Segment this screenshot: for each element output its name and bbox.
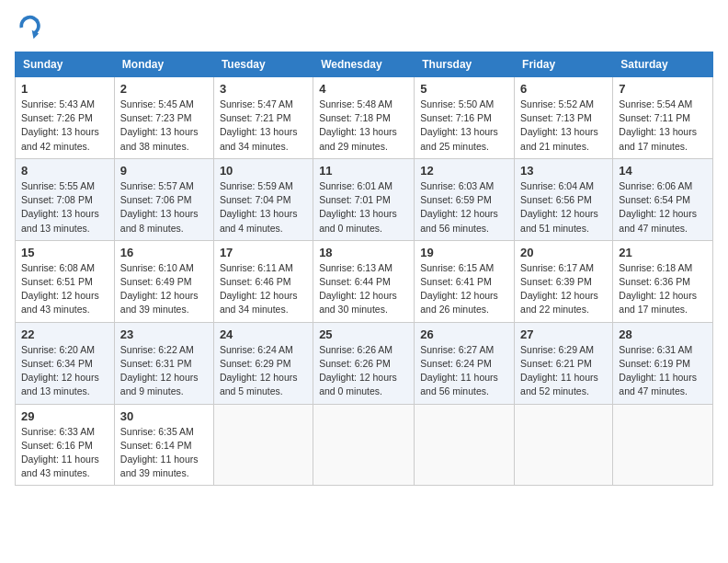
calendar-cell [613,404,713,486]
day-number: 18 [319,246,408,259]
calendar-cell: 27 Sunrise: 6:29 AM Sunset: 6:21 PM Dayl… [515,322,613,404]
calendar-cell: 19 Sunrise: 6:15 AM Sunset: 6:41 PM Dayl… [415,240,515,322]
day-number: 24 [220,327,307,341]
weekday-header: Friday [515,52,613,77]
calendar-cell: 24 Sunrise: 6:24 AM Sunset: 6:29 PM Dayl… [213,322,313,404]
day-number: 2 [120,82,208,96]
weekday-header: Tuesday [213,52,313,77]
day-number: 12 [420,164,508,178]
day-number: 17 [220,246,307,259]
calendar-cell [415,404,515,486]
cell-info: Sunrise: 6:11 AM Sunset: 6:46 PM Dayligh… [220,261,307,317]
logo [15,15,44,40]
page-header [15,15,713,40]
calendar-week-row: 22 Sunrise: 6:20 AM Sunset: 6:34 PM Dayl… [16,322,713,404]
day-number: 7 [619,82,707,96]
day-number: 26 [420,327,508,341]
calendar-cell: 7 Sunrise: 5:54 AM Sunset: 7:11 PM Dayli… [613,77,713,159]
day-number: 22 [21,327,108,341]
cell-info: Sunrise: 6:18 AM Sunset: 6:36 PM Dayligh… [619,261,707,317]
calendar-cell [313,404,415,486]
calendar-cell: 23 Sunrise: 6:22 AM Sunset: 6:31 PM Dayl… [114,322,213,404]
day-number: 29 [21,409,108,423]
calendar-week-row: 29 Sunrise: 6:33 AM Sunset: 6:16 PM Dayl… [16,404,713,486]
logo-icon [15,15,40,40]
day-number: 11 [319,164,408,178]
day-number: 21 [619,246,707,259]
calendar-cell [515,404,613,486]
weekday-header: Monday [114,52,213,77]
weekday-header-row: SundayMondayTuesdayWednesdayThursdayFrid… [16,52,713,77]
cell-info: Sunrise: 6:22 AM Sunset: 6:31 PM Dayligh… [120,343,208,399]
day-number: 25 [319,327,408,341]
day-number: 30 [120,409,208,423]
cell-info: Sunrise: 5:54 AM Sunset: 7:11 PM Dayligh… [619,98,707,154]
calendar-cell: 30 Sunrise: 6:35 AM Sunset: 6:14 PM Dayl… [114,404,213,486]
calendar-cell: 8 Sunrise: 5:55 AM Sunset: 7:08 PM Dayli… [16,158,115,240]
calendar-table: SundayMondayTuesdayWednesdayThursdayFrid… [15,52,713,486]
day-number: 6 [520,82,607,96]
cell-info: Sunrise: 5:43 AM Sunset: 7:26 PM Dayligh… [21,98,108,154]
day-number: 10 [220,164,307,178]
calendar-cell: 2 Sunrise: 5:45 AM Sunset: 7:23 PM Dayli… [114,77,213,159]
cell-info: Sunrise: 6:15 AM Sunset: 6:41 PM Dayligh… [420,261,508,317]
calendar-cell: 15 Sunrise: 6:08 AM Sunset: 6:51 PM Dayl… [16,240,115,322]
cell-info: Sunrise: 5:57 AM Sunset: 7:06 PM Dayligh… [120,179,208,236]
calendar-cell: 13 Sunrise: 6:04 AM Sunset: 6:56 PM Dayl… [515,158,613,240]
day-number: 14 [619,164,707,178]
day-number: 8 [21,164,108,178]
calendar-cell: 21 Sunrise: 6:18 AM Sunset: 6:36 PM Dayl… [613,240,713,322]
calendar-cell: 3 Sunrise: 5:47 AM Sunset: 7:21 PM Dayli… [213,77,313,159]
cell-info: Sunrise: 6:35 AM Sunset: 6:14 PM Dayligh… [120,425,208,481]
day-number: 9 [120,164,208,178]
cell-info: Sunrise: 5:47 AM Sunset: 7:21 PM Dayligh… [220,98,307,154]
calendar-cell: 5 Sunrise: 5:50 AM Sunset: 7:16 PM Dayli… [415,77,515,159]
calendar-week-row: 8 Sunrise: 5:55 AM Sunset: 7:08 PM Dayli… [16,158,713,240]
calendar-cell: 11 Sunrise: 6:01 AM Sunset: 7:01 PM Dayl… [313,158,415,240]
calendar-cell: 12 Sunrise: 6:03 AM Sunset: 6:59 PM Dayl… [415,158,515,240]
cell-info: Sunrise: 6:27 AM Sunset: 6:24 PM Dayligh… [420,343,508,399]
weekday-header: Saturday [613,52,713,77]
cell-info: Sunrise: 6:10 AM Sunset: 6:49 PM Dayligh… [120,261,208,317]
calendar-cell: 29 Sunrise: 6:33 AM Sunset: 6:16 PM Dayl… [16,404,115,486]
calendar-cell: 14 Sunrise: 6:06 AM Sunset: 6:54 PM Dayl… [613,158,713,240]
cell-info: Sunrise: 6:13 AM Sunset: 6:44 PM Dayligh… [319,261,408,317]
day-number: 1 [21,82,108,96]
day-number: 3 [220,82,307,96]
calendar-cell: 10 Sunrise: 5:59 AM Sunset: 7:04 PM Dayl… [213,158,313,240]
calendar-cell: 28 Sunrise: 6:31 AM Sunset: 6:19 PM Dayl… [613,322,713,404]
cell-info: Sunrise: 6:06 AM Sunset: 6:54 PM Dayligh… [619,179,707,236]
day-number: 27 [520,327,607,341]
calendar-cell [213,404,313,486]
day-number: 20 [520,246,607,259]
calendar-cell: 17 Sunrise: 6:11 AM Sunset: 6:46 PM Dayl… [213,240,313,322]
cell-info: Sunrise: 6:31 AM Sunset: 6:19 PM Dayligh… [619,343,707,399]
calendar-cell: 18 Sunrise: 6:13 AM Sunset: 6:44 PM Dayl… [313,240,415,322]
calendar-cell: 26 Sunrise: 6:27 AM Sunset: 6:24 PM Dayl… [415,322,515,404]
calendar-week-row: 1 Sunrise: 5:43 AM Sunset: 7:26 PM Dayli… [16,77,713,159]
calendar-cell: 9 Sunrise: 5:57 AM Sunset: 7:06 PM Dayli… [114,158,213,240]
day-number: 4 [319,82,408,96]
cell-info: Sunrise: 6:20 AM Sunset: 6:34 PM Dayligh… [21,343,108,399]
calendar-cell: 25 Sunrise: 6:26 AM Sunset: 6:26 PM Dayl… [313,322,415,404]
weekday-header: Wednesday [313,52,415,77]
cell-info: Sunrise: 5:48 AM Sunset: 7:18 PM Dayligh… [319,98,408,154]
cell-info: Sunrise: 6:04 AM Sunset: 6:56 PM Dayligh… [520,179,607,236]
day-number: 19 [420,246,508,259]
calendar-week-row: 15 Sunrise: 6:08 AM Sunset: 6:51 PM Dayl… [16,240,713,322]
weekday-header: Sunday [16,52,115,77]
day-number: 15 [21,246,108,259]
day-number: 28 [619,327,707,341]
cell-info: Sunrise: 5:52 AM Sunset: 7:13 PM Dayligh… [520,98,607,154]
cell-info: Sunrise: 6:26 AM Sunset: 6:26 PM Dayligh… [319,343,408,399]
cell-info: Sunrise: 6:33 AM Sunset: 6:16 PM Dayligh… [21,425,108,481]
calendar-cell: 16 Sunrise: 6:10 AM Sunset: 6:49 PM Dayl… [114,240,213,322]
cell-info: Sunrise: 5:55 AM Sunset: 7:08 PM Dayligh… [21,179,108,236]
calendar-cell: 22 Sunrise: 6:20 AM Sunset: 6:34 PM Dayl… [16,322,115,404]
cell-info: Sunrise: 6:29 AM Sunset: 6:21 PM Dayligh… [520,343,607,399]
day-number: 13 [520,164,607,178]
cell-info: Sunrise: 6:01 AM Sunset: 7:01 PM Dayligh… [319,179,408,236]
day-number: 23 [120,327,208,341]
calendar-cell: 4 Sunrise: 5:48 AM Sunset: 7:18 PM Dayli… [313,77,415,159]
calendar-cell: 20 Sunrise: 6:17 AM Sunset: 6:39 PM Dayl… [515,240,613,322]
